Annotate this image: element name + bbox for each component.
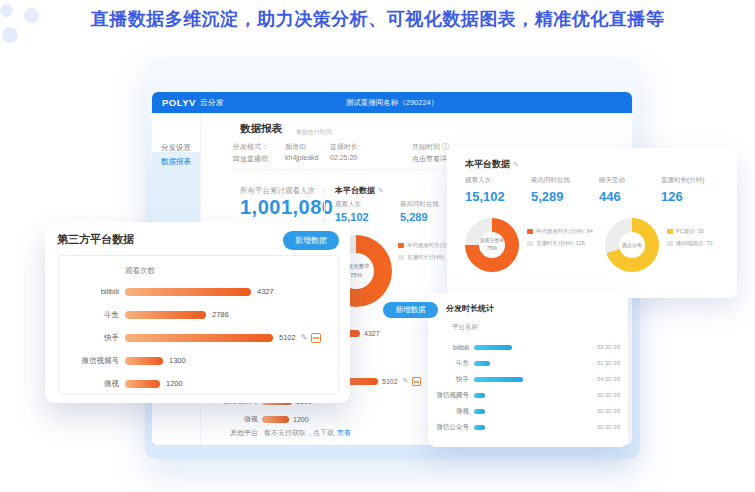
- info-label: 开始时间 ⓘ: [412, 142, 449, 152]
- bar-value: 4327: [364, 330, 380, 337]
- bar-value: 4327: [257, 287, 274, 296]
- edit-icon[interactable]: ✎: [513, 161, 519, 168]
- bar-label: 快手: [59, 333, 119, 343]
- bar-label: 快手: [432, 375, 469, 384]
- platform-data-card: 本平台数据✎ 观看人次15,102最高同时在线5,289聊天互动446直播时长(…: [447, 148, 737, 298]
- banner-title: 直播数据多维沉淀，助力决策分析、可视化数据图表，精准优化直播等: [0, 7, 755, 31]
- save-icon[interactable]: [412, 377, 421, 386]
- metric: 观看人次15,102: [465, 176, 505, 204]
- chart-container: 观看次数 bilibili4327斗鱼2786快手5102✎微信视频号1300微…: [58, 255, 339, 395]
- bar-label: 微视: [182, 414, 258, 424]
- platform-panel-title: 本平台数据✎: [335, 185, 384, 196]
- metric-label: 观看人次: [465, 176, 505, 185]
- add-data-button[interactable]: 新增数据: [383, 302, 438, 318]
- dashboard-header: POLYV 云分发 测试直播间名称（290224）: [152, 92, 632, 113]
- bar-row: 微视00:30:20: [432, 403, 622, 419]
- bar-row: 斗鱼2786: [59, 303, 338, 326]
- legend-item: PC观众: 30: [667, 228, 713, 235]
- bar-value: 00:30:20: [597, 424, 620, 430]
- report-subtitle: 最新统计时间: [296, 128, 332, 137]
- bar-value: 01:30:20: [597, 360, 620, 366]
- duration-card-title: 分发时长统计: [446, 303, 494, 314]
- bar-value: 1200: [293, 416, 309, 423]
- legend-label: 平均观看时长(分钟): 94: [536, 228, 593, 235]
- bar: [474, 361, 490, 366]
- legend-swatch: [527, 241, 533, 246]
- bar-value: 03:30:20: [597, 344, 620, 350]
- add-data-button[interactable]: 新增数据: [283, 231, 339, 250]
- metric-label: 聊天互动: [599, 176, 625, 185]
- platform-card-title: 本平台数据✎: [465, 158, 519, 171]
- bar: [474, 393, 485, 398]
- bar-value: 1300: [169, 356, 186, 365]
- bar-row: 快手04:30:20: [432, 371, 622, 387]
- bar-label: 微信视频号: [59, 356, 119, 366]
- metric-label: 观看人次: [335, 200, 369, 209]
- bar-row: 微视1200: [182, 414, 309, 424]
- bar-row: 快手5102✎: [59, 326, 338, 349]
- duration-card: 分发时长统计 平台名称 bilibili03:30:20斗鱼01:30:20快手…: [428, 293, 628, 447]
- bar-value: 00:30:20: [597, 408, 620, 414]
- bar-label: bilibili: [59, 287, 119, 296]
- bar-label: 微视: [59, 379, 119, 389]
- donut-legend: PC观众: 30移动端观众: 70: [667, 228, 713, 252]
- info-value: 回放直播间: [233, 154, 268, 164]
- legend-swatch: [527, 229, 533, 234]
- info-label: 直播时长: [330, 142, 358, 152]
- legend-swatch: [667, 229, 673, 234]
- note-view-link[interactable]: 查看: [337, 428, 351, 438]
- audience-distribution-donut: 观众分布: [605, 218, 659, 272]
- legend-label: 直播时长(分钟): 126: [536, 240, 585, 247]
- metric-value: 446: [599, 189, 625, 204]
- edit-icon[interactable]: ✎: [403, 377, 409, 385]
- bar: [125, 357, 163, 365]
- metric-label: 最高同时在线: [531, 176, 570, 185]
- bar-value: 5102: [382, 378, 398, 385]
- duration-bar-chart: bilibili03:30:20斗鱼01:30:20快手04:30:20微信视频…: [432, 339, 622, 435]
- metric: 最高同时在线5,289: [531, 176, 570, 204]
- metric-label: 最高同时在线: [400, 200, 439, 209]
- third-party-card-title: 第三方平台数据: [57, 232, 134, 247]
- third-party-card: 第三方平台数据 新增数据 观看次数 bilibili4327斗鱼2786快手51…: [45, 222, 350, 403]
- info-value: kh4jpleakd: [285, 154, 318, 161]
- legend-swatch: [667, 241, 673, 246]
- donut-legend: 平均观看时长(分钟): 94直播时长(分钟): 126: [527, 228, 593, 252]
- bar-value: 1200: [166, 379, 183, 388]
- bar: [474, 345, 512, 350]
- edit-icon[interactable]: ✎: [301, 333, 308, 342]
- total-views-value: 1,001,080: [240, 196, 333, 219]
- platform-name-column-label: 平台名称: [452, 323, 478, 332]
- bar: [125, 380, 160, 388]
- metric: 直播时长(分钟)126: [661, 176, 704, 204]
- info-label: 分发模式：: [233, 142, 268, 152]
- bar-row: 微信视频号00:30:20: [432, 387, 622, 403]
- bar-label: 微信公众号: [432, 423, 469, 432]
- bar-row: 微信公众号00:30:20: [432, 419, 622, 435]
- bar-label: 斗鱼: [432, 359, 469, 368]
- bar: [125, 311, 206, 319]
- bar-value: 00:30:20: [597, 392, 620, 398]
- bar-row: bilibili4327: [59, 280, 338, 303]
- donut-center-label: 观众分布: [622, 242, 642, 249]
- bar: [474, 409, 485, 414]
- views-bar-chart: bilibili4327斗鱼2786快手5102✎微信视频号1300微视1200: [59, 280, 338, 395]
- donut-center-value: 75%: [487, 245, 497, 252]
- metric: 聊天互动446: [599, 176, 625, 204]
- divider: [324, 188, 325, 224]
- edit-icon[interactable]: ✎: [378, 187, 384, 194]
- legend-label: 移动端观众: 70: [676, 240, 713, 247]
- save-icon[interactable]: [311, 333, 321, 343]
- legend-swatch: [398, 255, 404, 260]
- metric-value: 5,289: [531, 189, 570, 204]
- total-views-label: 所有平台累计观看人次: [240, 186, 315, 196]
- metric-value: 15,102: [465, 189, 505, 204]
- bar: [125, 334, 273, 342]
- bar: [262, 416, 289, 423]
- bar-row: 微视1200: [59, 372, 338, 395]
- chart-title: 观看次数: [125, 266, 155, 276]
- bar-label: 斗鱼: [59, 310, 119, 320]
- info-label: 频道ID: [285, 142, 306, 152]
- metric: 最高同时在线5,289: [400, 200, 439, 223]
- bar-row: bilibili03:30:20: [432, 339, 622, 355]
- legend-label: PC观众: 30: [676, 228, 704, 235]
